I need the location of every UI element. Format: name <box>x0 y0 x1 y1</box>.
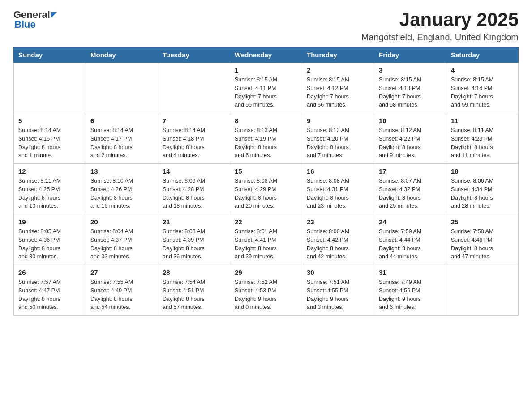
day-info: Sunrise: 8:15 AM Sunset: 4:11 PM Dayligh… <box>235 76 297 109</box>
day-number: 24 <box>379 218 442 226</box>
day-number: 16 <box>307 167 369 175</box>
day-info: Sunrise: 8:04 AM Sunset: 4:37 PM Dayligh… <box>90 227 153 261</box>
calendar-cell: 10Sunrise: 8:12 AM Sunset: 4:22 PM Dayli… <box>374 113 446 164</box>
day-info: Sunrise: 8:01 AM Sunset: 4:41 PM Dayligh… <box>235 227 297 261</box>
day-info: Sunrise: 8:15 AM Sunset: 4:14 PM Dayligh… <box>451 76 514 109</box>
day-number: 8 <box>235 117 297 124</box>
calendar-cell: 17Sunrise: 8:07 AM Sunset: 4:32 PM Dayli… <box>374 164 446 214</box>
day-number: 20 <box>90 218 153 226</box>
day-info: Sunrise: 7:59 AM Sunset: 4:44 PM Dayligh… <box>379 227 442 261</box>
day-info: Sunrise: 7:57 AM Sunset: 4:47 PM Dayligh… <box>18 278 81 312</box>
day-number: 30 <box>307 269 369 276</box>
calendar-cell: 7Sunrise: 8:14 AM Sunset: 4:18 PM Daylig… <box>158 113 230 164</box>
calendar-table: SundayMondayTuesdayWednesdayThursdayFrid… <box>13 47 519 316</box>
day-number: 15 <box>235 167 297 175</box>
day-number: 23 <box>307 218 369 226</box>
calendar-cell <box>158 63 230 113</box>
day-number: 7 <box>163 117 225 124</box>
day-info: Sunrise: 7:55 AM Sunset: 4:49 PM Dayligh… <box>90 278 153 312</box>
day-info: Sunrise: 8:09 AM Sunset: 4:28 PM Dayligh… <box>163 177 225 210</box>
day-number: 14 <box>163 167 225 175</box>
day-number: 17 <box>379 167 442 175</box>
day-number: 2 <box>307 66 369 74</box>
day-info: Sunrise: 8:05 AM Sunset: 4:36 PM Dayligh… <box>18 227 81 261</box>
day-number: 22 <box>235 218 297 226</box>
calendar-header-monday: Monday <box>86 47 158 63</box>
calendar-cell: 25Sunrise: 7:58 AM Sunset: 4:46 PM Dayli… <box>446 214 519 265</box>
day-info: Sunrise: 8:13 AM Sunset: 4:19 PM Dayligh… <box>235 126 297 160</box>
calendar-cell: 1Sunrise: 8:15 AM Sunset: 4:11 PM Daylig… <box>230 63 302 113</box>
page-header: General Blue January 2025 Mangotsfield, … <box>13 9 519 43</box>
day-info: Sunrise: 8:14 AM Sunset: 4:18 PM Dayligh… <box>163 126 225 160</box>
day-info: Sunrise: 8:08 AM Sunset: 4:29 PM Dayligh… <box>235 177 297 210</box>
calendar-cell: 15Sunrise: 8:08 AM Sunset: 4:29 PM Dayli… <box>230 164 302 214</box>
calendar-cell: 21Sunrise: 8:03 AM Sunset: 4:39 PM Dayli… <box>158 214 230 265</box>
calendar-week-row: 1Sunrise: 8:15 AM Sunset: 4:11 PM Daylig… <box>14 63 519 113</box>
day-info: Sunrise: 8:14 AM Sunset: 4:15 PM Dayligh… <box>18 126 81 160</box>
day-info: Sunrise: 8:03 AM Sunset: 4:39 PM Dayligh… <box>163 227 225 261</box>
calendar-header-friday: Friday <box>374 47 446 63</box>
day-number: 19 <box>18 218 81 226</box>
day-info: Sunrise: 7:52 AM Sunset: 4:53 PM Dayligh… <box>235 278 297 312</box>
day-number: 11 <box>451 117 514 124</box>
calendar-title: January 2025 <box>361 9 519 30</box>
calendar-week-row: 19Sunrise: 8:05 AM Sunset: 4:36 PM Dayli… <box>14 214 519 265</box>
day-number: 10 <box>379 117 442 124</box>
calendar-subtitle: Mangotsfield, England, United Kingdom <box>361 32 519 43</box>
day-info: Sunrise: 8:11 AM Sunset: 4:25 PM Dayligh… <box>18 177 81 210</box>
calendar-cell: 2Sunrise: 8:15 AM Sunset: 4:12 PM Daylig… <box>302 63 374 113</box>
calendar-cell: 3Sunrise: 8:15 AM Sunset: 4:13 PM Daylig… <box>374 63 446 113</box>
calendar-cell: 30Sunrise: 7:51 AM Sunset: 4:55 PM Dayli… <box>302 265 374 316</box>
day-number: 6 <box>90 117 153 124</box>
logo-blue-text: Blue <box>14 19 36 30</box>
calendar-cell: 4Sunrise: 8:15 AM Sunset: 4:14 PM Daylig… <box>446 63 519 113</box>
calendar-cell: 16Sunrise: 8:08 AM Sunset: 4:31 PM Dayli… <box>302 164 374 214</box>
day-info: Sunrise: 8:13 AM Sunset: 4:20 PM Dayligh… <box>307 126 369 160</box>
day-info: Sunrise: 8:15 AM Sunset: 4:12 PM Dayligh… <box>307 76 369 109</box>
title-area: January 2025 Mangotsfield, England, Unit… <box>361 9 519 43</box>
day-number: 4 <box>451 66 514 74</box>
calendar-cell: 18Sunrise: 8:06 AM Sunset: 4:34 PM Dayli… <box>446 164 519 214</box>
calendar-cell: 26Sunrise: 7:57 AM Sunset: 4:47 PM Dayli… <box>14 265 86 316</box>
calendar-header-wednesday: Wednesday <box>230 47 302 63</box>
calendar-cell: 14Sunrise: 8:09 AM Sunset: 4:28 PM Dayli… <box>158 164 230 214</box>
day-number: 18 <box>451 167 514 175</box>
calendar-week-row: 12Sunrise: 8:11 AM Sunset: 4:25 PM Dayli… <box>14 164 519 214</box>
day-info: Sunrise: 7:49 AM Sunset: 4:56 PM Dayligh… <box>379 278 442 312</box>
calendar-cell: 27Sunrise: 7:55 AM Sunset: 4:49 PM Dayli… <box>86 265 158 316</box>
day-info: Sunrise: 7:51 AM Sunset: 4:55 PM Dayligh… <box>307 278 369 312</box>
calendar-cell: 8Sunrise: 8:13 AM Sunset: 4:19 PM Daylig… <box>230 113 302 164</box>
day-info: Sunrise: 8:08 AM Sunset: 4:31 PM Dayligh… <box>307 177 369 210</box>
day-info: Sunrise: 8:12 AM Sunset: 4:22 PM Dayligh… <box>379 126 442 160</box>
calendar-cell: 23Sunrise: 8:00 AM Sunset: 4:42 PM Dayli… <box>302 214 374 265</box>
day-number: 13 <box>90 167 153 175</box>
calendar-week-row: 26Sunrise: 7:57 AM Sunset: 4:47 PM Dayli… <box>14 265 519 316</box>
calendar-header-tuesday: Tuesday <box>158 47 230 63</box>
calendar-cell: 22Sunrise: 8:01 AM Sunset: 4:41 PM Dayli… <box>230 214 302 265</box>
calendar-header-row: SundayMondayTuesdayWednesdayThursdayFrid… <box>14 47 519 63</box>
day-number: 28 <box>163 269 225 276</box>
calendar-header-saturday: Saturday <box>446 47 519 63</box>
calendar-cell: 11Sunrise: 8:11 AM Sunset: 4:23 PM Dayli… <box>446 113 519 164</box>
day-info: Sunrise: 8:00 AM Sunset: 4:42 PM Dayligh… <box>307 227 369 261</box>
calendar-cell: 20Sunrise: 8:04 AM Sunset: 4:37 PM Dayli… <box>86 214 158 265</box>
day-info: Sunrise: 8:10 AM Sunset: 4:26 PM Dayligh… <box>90 177 153 210</box>
day-number: 29 <box>235 269 297 276</box>
day-info: Sunrise: 8:07 AM Sunset: 4:32 PM Dayligh… <box>379 177 442 210</box>
logo: General Blue <box>13 9 57 30</box>
day-number: 3 <box>379 66 442 74</box>
day-number: 25 <box>451 218 514 226</box>
calendar-cell: 13Sunrise: 8:10 AM Sunset: 4:26 PM Dayli… <box>86 164 158 214</box>
calendar-header-sunday: Sunday <box>14 47 86 63</box>
day-info: Sunrise: 8:15 AM Sunset: 4:13 PM Dayligh… <box>379 76 442 109</box>
calendar-cell: 12Sunrise: 8:11 AM Sunset: 4:25 PM Dayli… <box>14 164 86 214</box>
calendar-cell: 24Sunrise: 7:59 AM Sunset: 4:44 PM Dayli… <box>374 214 446 265</box>
calendar-cell: 28Sunrise: 7:54 AM Sunset: 4:51 PM Dayli… <box>158 265 230 316</box>
calendar-cell: 6Sunrise: 8:14 AM Sunset: 4:17 PM Daylig… <box>86 113 158 164</box>
calendar-cell: 9Sunrise: 8:13 AM Sunset: 4:20 PM Daylig… <box>302 113 374 164</box>
day-number: 27 <box>90 269 153 276</box>
calendar-cell: 5Sunrise: 8:14 AM Sunset: 4:15 PM Daylig… <box>14 113 86 164</box>
calendar-cell: 29Sunrise: 7:52 AM Sunset: 4:53 PM Dayli… <box>230 265 302 316</box>
day-number: 26 <box>18 269 81 276</box>
calendar-week-row: 5Sunrise: 8:14 AM Sunset: 4:15 PM Daylig… <box>14 113 519 164</box>
